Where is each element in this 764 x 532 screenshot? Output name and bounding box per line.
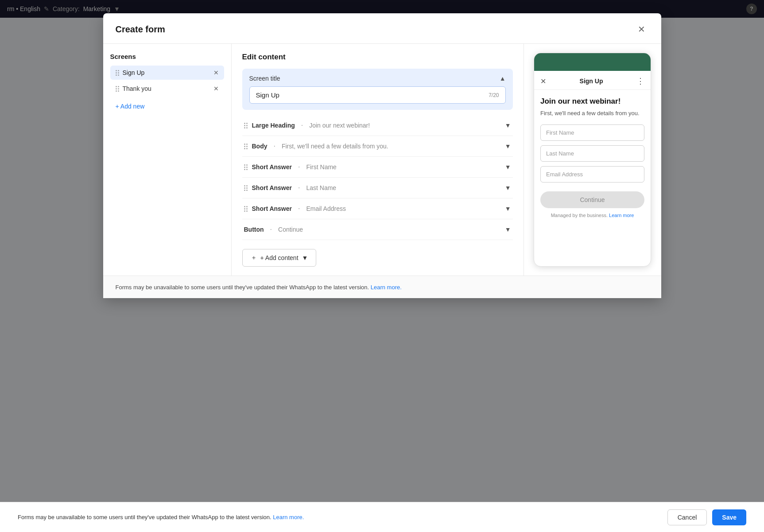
phone-field-lastname[interactable]: Last Name	[540, 145, 644, 162]
drag-handle-email	[244, 206, 248, 212]
content-value-heading: Join our next webinar!	[309, 122, 370, 129]
modal-title: Create form	[116, 24, 165, 35]
content-item-email[interactable]: Short Answer · Email Address ▼	[242, 198, 513, 219]
phone-menu-icon[interactable]: ⋮	[636, 76, 644, 86]
body-chevron[interactable]: ▼	[505, 143, 511, 150]
drag-handle-body	[244, 144, 248, 149]
screens-label: Screens	[110, 53, 224, 60]
phone-field-email[interactable]: Email Address	[540, 166, 644, 183]
screen-title-input[interactable]	[256, 91, 489, 99]
preview-panel: ✕ Sign Up ⋮ Join our next webinar! First…	[524, 44, 661, 276]
drag-handle-thankyou	[116, 86, 119, 92]
phone-heading: Join our next webinar!	[540, 97, 644, 106]
phone-footer-text: Managed by the business.	[551, 213, 608, 218]
screen-title-chevron[interactable]: ▲	[500, 75, 506, 82]
modal-body: Screens Sign Up ✕	[103, 44, 661, 276]
phone-close-icon[interactable]: ✕	[540, 77, 546, 85]
phone-body: First, we'll need a few details from you…	[540, 109, 644, 117]
screen-item-thankyou[interactable]: Thank you ✕	[110, 82, 224, 96]
email-chevron[interactable]: ▼	[505, 205, 511, 212]
content-type-heading: Large Heading	[252, 122, 295, 129]
phone-continue-button[interactable]: Continue	[540, 191, 644, 208]
add-content-chevron: ▼	[302, 254, 308, 261]
phone-preview: ✕ Sign Up ⋮ Join our next webinar! First…	[534, 53, 651, 267]
screen-signup-label: Sign Up	[123, 69, 145, 76]
char-count: 7/20	[489, 92, 499, 98]
content-value-body: First, we'll need a few details from you…	[282, 143, 388, 150]
drag-handle-heading	[244, 123, 248, 128]
screen-signup-close[interactable]: ✕	[213, 69, 219, 76]
lastname-chevron[interactable]: ▼	[505, 184, 511, 191]
bottom-actions-bar: Forms may be unavailable to some users u…	[0, 502, 764, 532]
content-item-lastname[interactable]: Short Answer · Last Name ▼	[242, 178, 513, 198]
content-type-email: Short Answer	[252, 205, 292, 212]
add-new-screen-button[interactable]: + Add new	[110, 101, 150, 112]
phone-footer: Managed by the business. Learn more	[540, 213, 644, 224]
create-form-modal: Create form ✕ Screens Sign Up	[103, 13, 661, 298]
bottom-warning-link[interactable]: Learn more.	[273, 514, 304, 520]
heading-chevron[interactable]: ▼	[505, 122, 511, 129]
edit-content-panel: Edit content Screen title ▲ 7/20	[232, 44, 524, 276]
screen-item-signup[interactable]: Sign Up ✕	[110, 66, 224, 80]
add-icon: ＋	[251, 254, 257, 262]
modal-footer: Forms may be unavailable to some users u…	[103, 276, 661, 298]
bottom-warning: Forms may be unavailable to some users u…	[18, 514, 304, 520]
screen-title-input-wrap: 7/20	[249, 86, 506, 104]
edit-content-title: Edit content	[242, 53, 513, 62]
drag-handle-signup	[116, 70, 119, 76]
content-item-body[interactable]: Body · First, we'll need a few details f…	[242, 136, 513, 157]
modal-overlay: Create form ✕ Screens Sign Up	[0, 0, 764, 532]
cancel-button[interactable]: Cancel	[667, 509, 707, 525]
content-value-firstname: First Name	[306, 163, 336, 171]
content-item-button[interactable]: Button · Continue ▼	[242, 219, 513, 240]
content-type-lastname: Short Answer	[252, 184, 292, 191]
content-item-large-heading[interactable]: Large Heading · Join our next webinar! ▼	[242, 115, 513, 136]
phone-footer-link[interactable]: Learn more	[609, 213, 634, 218]
add-content-button[interactable]: ＋ + Add content ▼	[242, 249, 317, 267]
phone-field-firstname[interactable]: First Name	[540, 124, 644, 141]
content-value-button: Continue	[278, 226, 303, 233]
modal-close-button[interactable]: ✕	[635, 22, 649, 36]
drag-handle-firstname	[244, 164, 248, 170]
screen-thankyou-label: Thank you	[123, 85, 151, 92]
button-chevron[interactable]: ▼	[505, 226, 511, 233]
content-item-firstname[interactable]: Short Answer · First Name ▼	[242, 157, 513, 178]
screen-thankyou-close[interactable]: ✕	[213, 85, 219, 92]
screen-title-section-label: Screen title	[249, 75, 280, 82]
phone-header-bar	[534, 53, 651, 71]
footer-warning: Forms may be unavailable to some users u…	[116, 284, 402, 291]
content-type-firstname: Short Answer	[252, 163, 292, 171]
phone-modal-title: Sign Up	[580, 78, 603, 85]
footer-warning-link[interactable]: Learn more.	[371, 284, 402, 291]
modal-header: Create form ✕	[103, 13, 661, 44]
screens-panel: Screens Sign Up ✕	[103, 44, 232, 276]
phone-modal-header: ✕ Sign Up ⋮	[534, 71, 651, 90]
add-content-label: + Add content	[260, 254, 299, 261]
content-type-body: Body	[252, 143, 268, 150]
firstname-chevron[interactable]: ▼	[505, 163, 511, 171]
save-button[interactable]: Save	[712, 509, 746, 525]
screen-title-section: Screen title ▲ 7/20	[242, 69, 513, 110]
content-type-button: Button	[244, 226, 264, 233]
phone-content: Join our next webinar! First, we'll need…	[534, 90, 651, 231]
content-value-email: Email Address	[306, 205, 345, 212]
content-value-lastname: Last Name	[306, 184, 336, 191]
drag-handle-lastname	[244, 185, 248, 191]
bottom-buttons: Cancel Save	[667, 509, 746, 525]
